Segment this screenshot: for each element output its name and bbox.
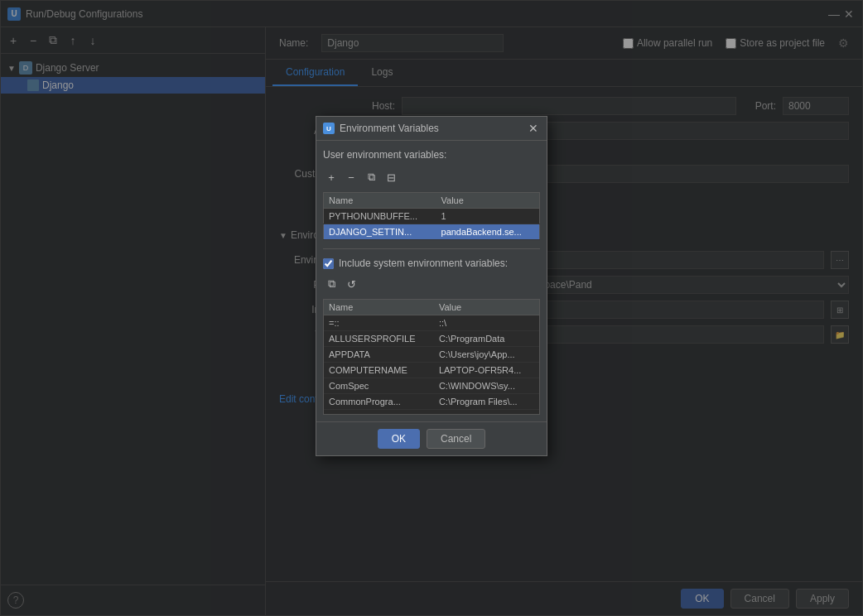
sys-env-name-cell: =:: xyxy=(324,315,434,331)
table-row[interactable]: DJANGO_SETTIN... pandaBackend.se... xyxy=(324,224,540,240)
env-name-cell: DJANGO_SETTIN... xyxy=(324,224,436,240)
include-sys-env-label: Include system environment variables: xyxy=(339,257,508,269)
sys-env-action-row: ⧉ ↺ xyxy=(323,274,540,294)
modal-divider xyxy=(323,248,540,249)
sys-env-name-col: Name xyxy=(324,300,434,315)
sys-env-value-cell: ::\ xyxy=(434,315,539,331)
table-row[interactable]: CommonProgra... C:\Program Files ... xyxy=(324,410,539,416)
sys-env-table-container: Name Value =:: ::\ ALLUSERSPROFILE C:\Pr… xyxy=(323,299,540,415)
table-row[interactable]: =:: ::\ xyxy=(324,315,539,331)
table-row[interactable]: COMPUTERNAME LAPTOP-OFR5R4... xyxy=(324,363,539,378)
sys-env-value-cell: C:\Program Files\... xyxy=(434,394,539,410)
sys-env-value-cell: C:\Program Files ... xyxy=(434,410,539,416)
user-env-add-button[interactable]: + xyxy=(323,169,340,185)
modal-title-bar: U Environment Variables ✕ xyxy=(316,117,547,141)
modal-icon: U xyxy=(323,123,335,134)
user-env-section-label: User environment variables: xyxy=(323,147,540,162)
table-row[interactable]: APPDATA C:\Users\joy\App... xyxy=(324,347,539,363)
modal-body: User environment variables: + − ⧉ ⊟ Name… xyxy=(316,141,547,421)
user-env-toolbar: + − ⧉ ⊟ xyxy=(323,167,540,187)
sys-env-value-cell: C:\ProgramData xyxy=(434,331,539,347)
user-env-remove-button[interactable]: − xyxy=(343,169,359,185)
env-name-cell: PYTHONUNBUFFE... xyxy=(324,209,436,224)
table-row[interactable]: ALLUSERSPROFILE C:\ProgramData xyxy=(324,331,539,347)
modal-title: Environment Variables xyxy=(340,123,522,134)
sys-env-name-cell: ALLUSERSPROFILE xyxy=(324,331,434,347)
sys-env-name-cell: APPDATA xyxy=(324,347,434,363)
user-env-paste-button[interactable]: ⊟ xyxy=(383,169,399,185)
table-row[interactable]: ComSpec C:\WINDOWS\sy... xyxy=(324,378,539,394)
modal-cancel-button[interactable]: Cancel xyxy=(427,429,485,449)
user-env-copy-button[interactable]: ⧉ xyxy=(363,169,379,185)
sys-env-refresh-button[interactable]: ↺ xyxy=(343,276,359,292)
sys-env-copy-button[interactable]: ⧉ xyxy=(323,276,340,292)
env-value-cell: 1 xyxy=(436,209,540,224)
table-row[interactable]: PYTHONUNBUFFE... 1 xyxy=(324,209,540,224)
include-sys-env-checkbox[interactable] xyxy=(323,258,334,269)
sys-env-name-cell: CommonProgra... xyxy=(324,394,434,410)
modal-close-button[interactable]: ✕ xyxy=(527,122,540,135)
env-value-cell: pandaBackend.se... xyxy=(436,224,540,240)
env-variables-modal: U Environment Variables ✕ User environme… xyxy=(316,116,547,456)
sys-env-name-cell: CommonProgra... xyxy=(324,410,434,416)
sys-env-value-col: Value xyxy=(434,300,539,315)
modal-overlay: U Environment Variables ✕ User environme… xyxy=(0,0,863,616)
sys-env-value-cell: C:\WINDOWS\sy... xyxy=(434,378,539,394)
modal-footer: OK Cancel xyxy=(316,421,547,455)
sys-env-value-cell: C:\Users\joy\App... xyxy=(434,347,539,363)
table-row[interactable]: CommonProgra... C:\Program Files\... xyxy=(324,394,539,410)
include-sys-env-row: Include system environment variables: xyxy=(323,257,540,269)
sys-env-table: Name Value =:: ::\ ALLUSERSPROFILE C:\Pr… xyxy=(324,300,539,415)
sys-env-name-cell: ComSpec xyxy=(324,378,434,394)
sys-env-name-cell: COMPUTERNAME xyxy=(324,363,434,378)
user-env-value-col: Value xyxy=(436,193,540,209)
user-env-name-col: Name xyxy=(324,193,436,209)
user-env-table: Name Value PYTHONUNBUFFE... 1 DJANGO_SET… xyxy=(323,192,540,240)
sys-env-value-cell: LAPTOP-OFR5R4... xyxy=(434,363,539,378)
modal-ok-button[interactable]: OK xyxy=(378,429,420,449)
